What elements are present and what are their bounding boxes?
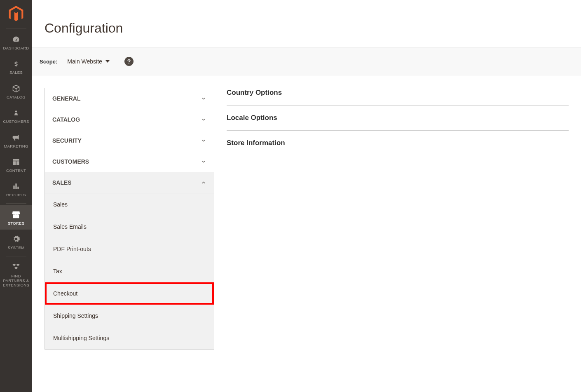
megaphone-icon	[12, 133, 21, 142]
tab-label: CUSTOMERS	[52, 158, 89, 165]
sub-item-pdf-printouts[interactable]: PDF Print-outs	[45, 238, 214, 260]
tab-header-sales[interactable]: SALES	[45, 172, 214, 193]
sidebar-item-sales[interactable]: SALES	[0, 54, 32, 79]
tab-label: SALES	[52, 179, 72, 186]
chevron-down-icon	[201, 138, 206, 143]
sub-item-sales[interactable]: Sales	[45, 193, 214, 216]
sidebar-item-content[interactable]: CONTENT	[0, 153, 32, 177]
sidebar-item-label: DASHBOARD	[2, 46, 31, 50]
store-icon	[12, 210, 21, 219]
chevron-down-icon	[201, 117, 206, 122]
sidebar-item-reports[interactable]: REPORTS	[0, 177, 32, 201]
config-options: Country Options Locale Options Store Inf…	[227, 88, 569, 350]
sub-item-sales-emails[interactable]: Sales Emails	[45, 216, 214, 238]
tab-label: CATALOG	[52, 116, 80, 123]
boxes-icon	[12, 263, 21, 272]
scope-value: Main Website	[67, 58, 102, 65]
sidebar-item-label: CONTENT	[5, 168, 28, 173]
caret-down-icon	[105, 59, 110, 63]
tab-header-security[interactable]: SECURITY	[45, 130, 214, 151]
sidebar-item-label: REPORTS	[5, 192, 28, 197]
sidebar-item-label: CUSTOMERS	[1, 119, 30, 124]
tab-header-general[interactable]: GENERAL	[45, 88, 214, 109]
divider	[6, 203, 26, 204]
sidebar-item-label: MARKETING	[2, 144, 30, 148]
sidebar-item-label: SYSTEM	[6, 245, 26, 250]
page-title: Configuration	[45, 21, 569, 36]
option-country[interactable]: Country Options	[227, 89, 569, 106]
scope-bar: Scope: Main Website ?	[32, 47, 581, 75]
sidebar-item-system[interactable]: SYSTEM	[0, 230, 32, 254]
scope-select[interactable]: Main Website	[67, 58, 110, 65]
sidebar-item-marketing[interactable]: MARKETING	[0, 128, 32, 153]
option-store-information[interactable]: Store Information	[227, 139, 569, 155]
sidebar-item-label: FIND PARTNERS & EXTENSIONS	[0, 274, 32, 288]
chevron-up-icon	[201, 180, 206, 185]
tab-group-catalog: CATALOG	[45, 109, 214, 130]
tab-label: SECURITY	[52, 137, 82, 144]
divider	[6, 256, 26, 256]
sidebar-item-label: STORES	[6, 221, 26, 225]
sidebar-item-customers[interactable]: CUSTOMERS	[0, 103, 32, 128]
gear-icon	[12, 235, 20, 244]
tab-group-security: SECURITY	[45, 130, 214, 151]
layout-icon	[12, 157, 20, 167]
tab-header-customers[interactable]: CUSTOMERS	[45, 151, 214, 172]
scope-label: Scope:	[40, 59, 57, 65]
sub-item-tax[interactable]: Tax	[45, 260, 214, 282]
tab-body-sales: Sales Sales Emails PDF Print-outs Tax Ch…	[45, 193, 214, 349]
tab-label: GENERAL	[52, 95, 80, 102]
chart-icon	[12, 182, 20, 191]
sub-item-shipping-settings[interactable]: Shipping Settings	[45, 305, 214, 327]
person-icon	[13, 108, 19, 117]
magento-logo[interactable]	[9, 0, 23, 26]
chevron-down-icon	[201, 96, 206, 101]
divider	[6, 28, 26, 28]
sidebar-item-catalog[interactable]: CATALOG	[0, 79, 32, 103]
help-icon[interactable]: ?	[124, 57, 134, 66]
config-tabs: GENERAL CATALOG SECURITY	[45, 88, 214, 350]
sidebar-item-label: CATALOG	[5, 95, 27, 99]
sub-item-multishipping-settings[interactable]: Multishipping Settings	[45, 327, 214, 349]
sub-item-checkout[interactable]: Checkout	[45, 282, 214, 305]
box-icon	[12, 84, 21, 93]
sidebar-item-stores[interactable]: STORES	[0, 205, 32, 230]
dollar-icon	[13, 59, 19, 68]
tab-group-general: GENERAL	[45, 88, 214, 109]
sidebar-item-label: SALES	[8, 70, 24, 75]
tab-group-customers: CUSTOMERS	[45, 151, 214, 172]
chevron-down-icon	[201, 159, 206, 164]
option-locale[interactable]: Locale Options	[227, 114, 569, 131]
dashboard-icon	[12, 35, 21, 44]
sidebar-item-dashboard[interactable]: DASHBOARD	[0, 30, 32, 54]
admin-sidebar: DASHBOARD SALES CATALOG CUSTOMERS MARKET…	[0, 0, 32, 392]
tab-header-catalog[interactable]: CATALOG	[45, 109, 214, 130]
sidebar-item-partners[interactable]: FIND PARTNERS & EXTENSIONS	[0, 258, 32, 292]
tab-group-sales: SALES Sales Sales Emails PDF Print-outs …	[45, 172, 214, 349]
